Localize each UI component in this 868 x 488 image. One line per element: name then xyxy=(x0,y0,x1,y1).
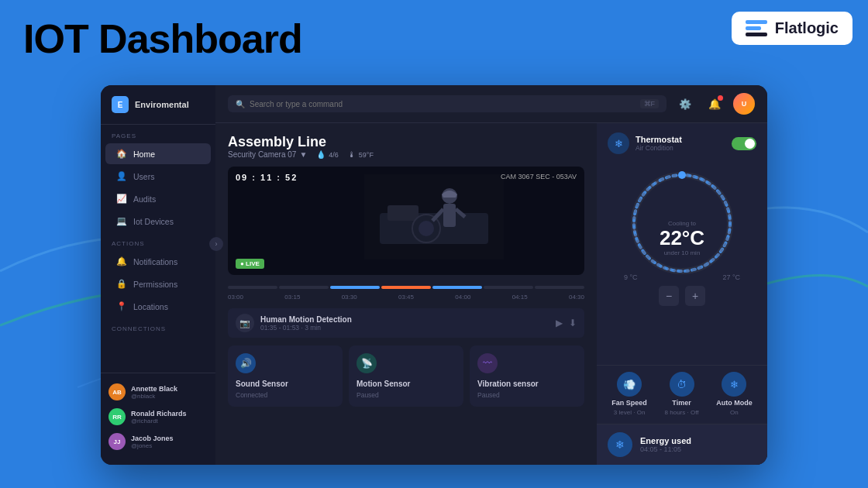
user-avatar-top[interactable]: U xyxy=(733,93,755,115)
sensor-card-vibration[interactable]: 〰 Vibration sensor Paused xyxy=(470,345,584,407)
play-button[interactable]: ▶ xyxy=(556,318,563,328)
search-icon: 🔍 xyxy=(236,100,245,108)
user-name-1: Ronald Richards xyxy=(131,410,187,418)
bottom-controls: 💨 Fan Speed 3 level · On ⏱ Timer 8 hours… xyxy=(597,365,767,424)
sidebar-item-home[interactable]: 🏠 Home xyxy=(105,143,211,164)
sidebar-item-iot-devices[interactable]: 💻 Iot Devices xyxy=(105,211,211,232)
sidebar-expand-button[interactable]: › xyxy=(209,237,223,251)
tl-3: 03:45 xyxy=(398,294,414,301)
timeline-seg-3 xyxy=(381,286,431,289)
user-item-1[interactable]: RR Ronald Richards @richardt xyxy=(101,404,215,429)
dashboard: E Enviromental PAGES 🏠 Home 👤 Users 📈 Au… xyxy=(101,85,767,465)
camera-name: Security Camera 07 xyxy=(228,150,296,159)
user-item-2[interactable]: JJ Jacob Jones @jones xyxy=(101,429,215,454)
sidebar-item-audits[interactable]: 📈 Audits xyxy=(105,188,211,209)
svg-rect-9 xyxy=(443,204,456,227)
timer-control[interactable]: ⏱ Timer 8 hours · Off xyxy=(665,372,699,416)
fan-speed-control[interactable]: 💨 Fan Speed 3 level · On xyxy=(611,372,647,416)
user-name-2: Jacob Jones xyxy=(131,435,174,442)
camera-timestamp: 09 : 11 : 52 xyxy=(236,173,298,182)
dial-center: Cooling to 22°C under 10 min xyxy=(660,220,704,256)
fan-value: 3 level · On xyxy=(614,409,645,416)
chevron-down-icon: ▼ xyxy=(299,150,307,159)
thermostat-subtitle: Air Condition xyxy=(636,144,682,152)
sidebar-item-home-label: Home xyxy=(133,149,155,159)
camera-selector[interactable]: Security Camera 07 ▼ 💧 4/6 🌡 59°F xyxy=(228,150,584,159)
sidebar-item-users-label: Users xyxy=(133,172,154,181)
sidebar-nav-label: PAGES xyxy=(101,125,215,143)
sensor-card-sound[interactable]: 🔊 Sound Sensor Connected xyxy=(228,345,343,407)
sidebar-users-list: AB Annette Black @nblack RR Ronald Richa… xyxy=(101,373,215,454)
thermostat-toggle[interactable] xyxy=(732,137,756,150)
tl-2: 03:30 xyxy=(342,294,357,301)
iot-icon: 💻 xyxy=(116,216,127,226)
timeline xyxy=(228,283,584,292)
sound-sensor-icon: 🔊 xyxy=(236,353,256,373)
camera-alert-icon: 📷 xyxy=(236,314,254,332)
min-temp: 9 °C xyxy=(624,273,638,281)
users-icon: 👤 xyxy=(116,171,127,181)
flatlogic-logo: Flatlogic xyxy=(732,12,852,45)
search-input[interactable] xyxy=(250,100,636,108)
dial-controls: − + xyxy=(659,286,705,306)
user-item-0[interactable]: AB Annette Black @nblack xyxy=(101,380,215,404)
camera-id: CAM 3067 SEC - 053AV xyxy=(501,173,577,180)
user-handle-2: @jones xyxy=(131,442,174,449)
lock-icon: 🔒 xyxy=(116,279,127,289)
notifications-button[interactable]: 🔔 xyxy=(704,93,725,115)
camera-feed: 09 : 11 : 52 CAM 3067 SEC - 053AV ● LIVE xyxy=(228,167,584,275)
user-avatar-1: RR xyxy=(108,408,126,425)
sidebar-item-users[interactable]: 👤 Users xyxy=(105,166,211,187)
thermostat-icon: ❄ xyxy=(608,132,629,154)
tl-1: 03:15 xyxy=(284,294,300,301)
sidebar-item-notifications[interactable]: 🔔 Notifications xyxy=(105,251,211,272)
live-badge: ● LIVE xyxy=(236,259,264,269)
timer-name: Timer xyxy=(672,399,691,407)
motion-sensor-name: Motion Sensor xyxy=(356,380,410,388)
vibration-sensor-status: Paused xyxy=(477,391,500,399)
page-title: IOT Dashboard xyxy=(23,15,302,62)
dial-extremes: 9 °C 27 °C xyxy=(624,273,740,281)
assembly-header: Assembly Line Security Camera 07 ▼ 💧 4/6… xyxy=(228,134,584,159)
timeline-labels: 03:00 03:15 03:30 03:45 04:00 04:15 04:3… xyxy=(228,294,584,301)
max-temp: 27 °C xyxy=(722,273,740,281)
search-box[interactable]: 🔍 ⌘F xyxy=(228,95,666,112)
svg-point-15 xyxy=(678,171,686,179)
sidebar-item-iot-label: Iot Devices xyxy=(133,217,174,226)
settings-button[interactable]: ⚙️ xyxy=(674,93,696,115)
svg-rect-0 xyxy=(746,20,767,24)
sound-sensor-name: Sound Sensor xyxy=(236,380,288,388)
sensor-card-motion[interactable]: 📡 Motion Sensor Paused xyxy=(349,345,463,407)
svg-point-7 xyxy=(418,221,434,236)
location-icon: 📍 xyxy=(116,301,127,311)
increase-temp-button[interactable]: + xyxy=(685,286,705,306)
download-button[interactable]: ⬇ xyxy=(569,318,577,328)
user-name-0: Annette Black xyxy=(131,385,177,393)
sidebar-connections-label: CONNECTIONS xyxy=(101,318,215,335)
temp-sublabel: under 10 min xyxy=(660,249,704,256)
search-shortcut: ⌘F xyxy=(640,99,660,108)
sidebar-item-permissions[interactable]: 🔒 Permissions xyxy=(105,273,211,294)
timer-icon: ⏱ xyxy=(670,372,694,397)
sidebar-item-locations[interactable]: 📍 Locations xyxy=(105,296,211,317)
worker-image xyxy=(364,174,504,259)
toggle-knob xyxy=(745,139,755,149)
energy-icon: ❄ xyxy=(608,432,632,457)
thermostat-title: Thermostat xyxy=(636,135,682,144)
tl-5: 04:15 xyxy=(512,294,528,301)
timeline-seg-6 xyxy=(535,286,584,289)
brand-name: Enviromental xyxy=(135,100,189,109)
page-header: IOT Dashboard xyxy=(23,15,302,62)
decrease-temp-button[interactable]: − xyxy=(659,286,679,306)
user-avatar-0: AB xyxy=(108,383,126,400)
timeline-container: 03:00 03:15 03:30 03:45 04:00 04:15 04:3… xyxy=(228,283,584,301)
timeline-seg-2 xyxy=(330,286,380,289)
timer-value: 8 hours · Off xyxy=(665,409,699,416)
sidebar-item-audits-label: Audits xyxy=(133,194,156,204)
assembly-title: Assembly Line xyxy=(228,134,584,150)
timeline-seg-4 xyxy=(432,286,482,289)
user-handle-0: @nblack xyxy=(131,393,177,400)
auto-mode-control[interactable]: ❄ Auto Mode On xyxy=(716,372,753,416)
auto-mode-icon: ❄ xyxy=(722,372,746,397)
flatlogic-icon xyxy=(746,20,767,37)
